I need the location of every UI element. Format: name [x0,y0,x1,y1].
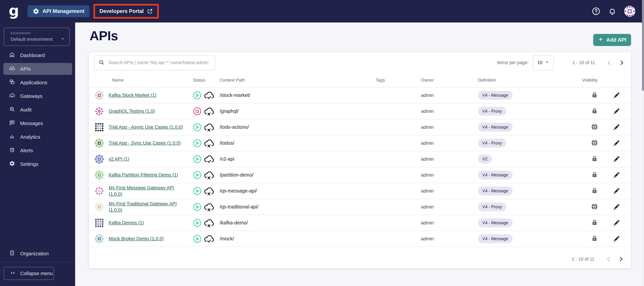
cloud-out-of-sync-icon [204,203,214,211]
globe-icon [591,139,598,147]
sidebar-item-label: Audit [20,107,32,113]
api-name-link[interactable]: Mock Broker Demo (1.0.0) [109,236,164,242]
add-api-label: Add API [606,37,626,43]
sidebar-item-gateways[interactable]: Gateways [3,90,72,102]
analytics-icon [9,133,15,140]
sidebar-item-messages[interactable]: Messages [3,117,72,129]
api-name-link[interactable]: My First Traditional Gateway API (1.0.0) [109,201,188,213]
sidebar-item-organization[interactable]: Organization [3,247,72,259]
owner: admin [421,204,478,210]
add-api-button[interactable]: Add API [593,34,631,46]
api-picture-icon [94,90,105,101]
edit-button[interactable] [613,203,620,211]
lock-icon [591,235,598,243]
api-name-link[interactable]: Kafka Stock Market (1) [109,92,156,98]
owner: admin [421,109,478,114]
status-started-icon [193,155,202,163]
items-per-page-select[interactable]: 10 [533,55,554,70]
sidebar-bottom: Organization Collapse menu [0,247,75,286]
cloud-out-of-sync-icon [204,123,214,131]
api-name-link[interactable]: Trial App - Sync Use Cases (1.0.0) [109,140,181,146]
api-name-link[interactable]: Kafka Partition Filtering Demo (1) [109,172,178,178]
bell-icon [608,7,616,16]
api-picture-icon [94,233,105,244]
edit-button[interactable] [613,155,620,163]
sidebar-item-dashboard[interactable]: Dashboard [3,49,72,61]
home-icon [9,52,15,59]
pencil-icon [613,92,620,99]
sidebar-item-apis[interactable]: APIs [3,63,72,75]
lock-icon [591,155,598,163]
api-picture-icon [94,122,105,133]
sidebar-item-settings[interactable]: Settings [3,158,72,170]
previous-page-button[interactable] [604,255,613,263]
api-name-link[interactable]: My First Message Gateway API (1.0.0) [109,185,188,197]
context-path: /todo-actions/ [220,124,376,130]
status-started-icon [193,123,202,132]
cloud-out-of-sync-icon [204,187,214,195]
definition-badge: V4 - Proxy [478,202,506,211]
sidebar-item-alerts[interactable]: Alerts [3,145,72,156]
table-row: Kafka Demos (1) /kafka-demo/ admin V4 - … [89,215,631,231]
sidebar-item-applications[interactable]: Applications [3,77,72,88]
user-avatar[interactable] [624,6,635,17]
api-management-button[interactable]: API Management [28,5,90,17]
edit-button[interactable] [613,171,620,179]
api-name-link[interactable]: GraphQL Testing (1.0) [109,108,155,114]
scrollbar-thumb[interactable] [642,0,644,91]
next-page-button[interactable] [617,58,626,67]
alerts-icon [9,147,15,154]
edit-button[interactable] [613,235,620,243]
previous-page-button[interactable] [605,58,614,67]
collapse-menu-button[interactable]: Collapse menu [4,267,54,280]
table-body: Kafka Stock Market (1) /stock-market/ ad… [89,87,631,250]
edit-button[interactable] [613,107,620,115]
pencil-icon [613,123,620,131]
context-path: /partition-demo/ [220,172,376,178]
next-page-button[interactable] [616,255,625,263]
owner: admin [421,140,478,146]
api-picture-icon [94,138,105,149]
pencil-icon [613,219,620,227]
organization-label: Organization [20,251,49,256]
sidebar-nav: Dashboard APIs Applications Gateways Aud… [0,49,75,172]
pencil-icon [613,235,620,243]
annotation-highlight-box: Developers Portal [94,4,159,19]
edit-button[interactable] [613,123,620,131]
developers-portal-link[interactable]: Developers Portal [100,8,153,14]
api-name-link[interactable]: v2 API (1) [109,156,129,162]
api-name-link[interactable]: Kafka Demos (1) [109,220,144,226]
table-row: v2 API (1) /v2-api admin V2 [89,151,631,167]
edit-button[interactable] [613,219,620,227]
cloud-synced-icon [204,155,214,163]
api-picture-icon [94,154,105,164]
definition-badge: V4 - Message [478,171,512,179]
context-path: /mock/ [220,236,376,241]
page-range-label: 1 - 10 of 11 [572,60,595,65]
cloud-download-icon [9,93,15,100]
search-input[interactable] [108,60,211,66]
sidebar-item-label: APIs [20,66,31,72]
owner: admin [421,188,478,194]
api-picture-icon [94,186,105,196]
environment-select[interactable]: Environment Default environment [4,28,70,46]
api-name-link[interactable]: Trial App - Async Use Cases (1.0.0) [109,124,183,130]
definition-badge: V4 - Message [478,91,512,100]
sidebar-item-analytics[interactable]: Analytics [3,131,72,143]
sidebar-item-audit[interactable]: Audit [3,104,72,116]
applications-icon [9,79,15,86]
table-row: GraphQL Testing (1.0) /graphql/ admin V4… [89,103,631,119]
scrollbar[interactable] [642,0,644,286]
gravitee-logo[interactable]: g [9,5,19,17]
table-toolbar: Items per page: 10 1 - 10 of 11 [89,52,631,73]
notifications-button[interactable] [608,7,616,16]
edit-button[interactable] [613,187,620,195]
owner: admin [421,172,478,178]
edit-button[interactable] [613,139,620,147]
edit-button[interactable] [613,92,620,99]
pencil-icon [613,171,620,179]
help-button[interactable] [592,7,600,16]
api-picture-icon [94,217,105,228]
developers-portal-label: Developers Portal [100,8,144,14]
pencil-icon [613,155,620,163]
